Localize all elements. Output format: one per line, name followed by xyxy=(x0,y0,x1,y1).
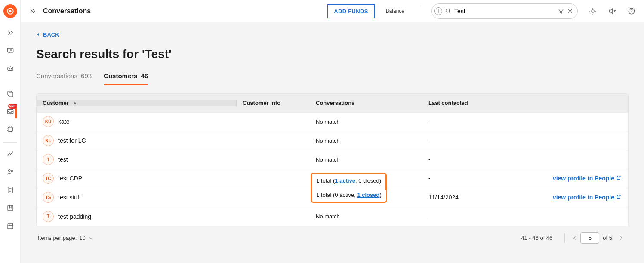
brand-logo[interactable] xyxy=(3,4,17,18)
tab-conversations[interactable]: Conversations 693 xyxy=(36,72,92,85)
forms-icon[interactable] xyxy=(4,183,16,197)
help-icon[interactable] xyxy=(628,7,635,15)
ai-icon[interactable] xyxy=(4,122,16,136)
table-row[interactable]: NLtest for LC No match - xyxy=(37,132,628,150)
chat-icon[interactable] xyxy=(4,44,16,58)
svg-point-18 xyxy=(592,10,594,12)
filter-icon[interactable] xyxy=(558,8,564,15)
col-customer[interactable]: Customer ▲ xyxy=(37,100,237,106)
avatar: T xyxy=(43,211,54,222)
nav-rail: 99+ xyxy=(0,0,21,263)
tab-customers[interactable]: Customers 46 xyxy=(104,72,148,85)
closed-link[interactable]: 1 closed xyxy=(357,192,379,198)
search-heading: Search results for 'Test' xyxy=(36,47,629,61)
page-title: Conversations xyxy=(43,7,91,15)
sort-asc-icon: ▲ xyxy=(73,101,77,105)
highlight-annotation: 1 total (0 active, 1 closed) xyxy=(311,186,387,203)
col-last[interactable]: Last contacted xyxy=(422,100,508,106)
svg-point-7 xyxy=(9,68,10,69)
svg-point-14 xyxy=(11,170,12,172)
svg-rect-6 xyxy=(8,67,13,70)
page-input[interactable] xyxy=(580,232,599,244)
table-row[interactable]: KUkate No match - xyxy=(37,113,628,132)
back-link[interactable]: BACK xyxy=(36,31,59,38)
avatar: T xyxy=(43,154,54,165)
svg-point-3 xyxy=(9,50,9,50)
view-profile-link[interactable]: view profile in People xyxy=(553,194,614,201)
sound-off-icon[interactable] xyxy=(608,7,616,15)
tabs: Conversations 693 Customers 46 xyxy=(36,72,629,86)
items-per-page-label: Items per page: xyxy=(38,235,77,241)
store-icon[interactable] xyxy=(4,219,16,233)
theme-icon[interactable] xyxy=(589,7,597,15)
avatar: TS xyxy=(43,192,54,203)
search-box[interactable]: i xyxy=(431,3,578,19)
table-header: Customer ▲ Customer info Conversations L… xyxy=(37,94,628,113)
balance-label: Balance xyxy=(382,8,409,14)
search-input[interactable] xyxy=(454,8,555,15)
external-link-icon xyxy=(616,175,621,182)
table-footer: Items per page: 10 41 - 46 of 46 of 5 xyxy=(36,226,629,244)
badge-count: 99+ xyxy=(8,104,17,109)
active-link[interactable]: 1 active xyxy=(335,177,355,184)
people-icon[interactable] xyxy=(4,165,16,179)
clear-icon[interactable] xyxy=(567,8,573,14)
expand-icon[interactable] xyxy=(29,8,36,15)
expand-nav-icon[interactable] xyxy=(4,26,16,40)
page-total: of 5 xyxy=(603,235,612,241)
view-profile-link[interactable]: view profile in People xyxy=(553,175,614,182)
back-label: BACK xyxy=(43,31,59,38)
svg-point-4 xyxy=(10,50,10,50)
svg-point-13 xyxy=(8,170,10,172)
col-conversations[interactable]: Conversations xyxy=(310,100,422,106)
topbar: Conversations ADD FUNDS Balance i xyxy=(21,0,644,22)
svg-rect-10 xyxy=(9,92,13,97)
items-per-page-value[interactable]: 10 xyxy=(79,235,85,241)
inbox-icon[interactable]: 99+ xyxy=(5,104,17,118)
svg-point-8 xyxy=(11,68,12,69)
customers-table: Customer ▲ Customer info Conversations L… xyxy=(36,93,629,226)
page-range: 41 - 46 of 46 xyxy=(521,235,552,241)
svg-rect-12 xyxy=(8,127,12,132)
chevron-down-icon[interactable] xyxy=(88,235,93,241)
info-icon[interactable]: i xyxy=(434,7,442,15)
next-page-icon[interactable] xyxy=(616,235,627,241)
svg-point-1 xyxy=(9,10,11,12)
avatar: TC xyxy=(43,173,54,184)
table-row[interactable]: TStest stuff 1 total (0 active, 1 closed… xyxy=(37,188,628,207)
table-row[interactable]: Ttest-padding No match - xyxy=(37,207,628,226)
prev-page-icon[interactable] xyxy=(569,235,580,241)
avatar: NL xyxy=(43,135,54,146)
avatar: KU xyxy=(43,116,54,127)
external-link-icon xyxy=(616,194,621,201)
analytics-icon[interactable] xyxy=(4,147,16,161)
table-row[interactable]: Ttest No match - xyxy=(37,150,628,169)
col-info[interactable]: Customer info xyxy=(237,100,310,106)
search-icon xyxy=(445,8,452,15)
table-row[interactable]: TCtest CDP 1 total (1 active, 0 closed) … xyxy=(37,169,628,188)
svg-point-17 xyxy=(446,9,450,12)
svg-point-5 xyxy=(11,50,12,50)
add-funds-button[interactable]: ADD FUNDS xyxy=(327,4,374,18)
broadcast-icon[interactable] xyxy=(4,86,16,100)
bot-icon[interactable] xyxy=(4,62,16,76)
bookmark-icon[interactable] xyxy=(4,201,16,215)
